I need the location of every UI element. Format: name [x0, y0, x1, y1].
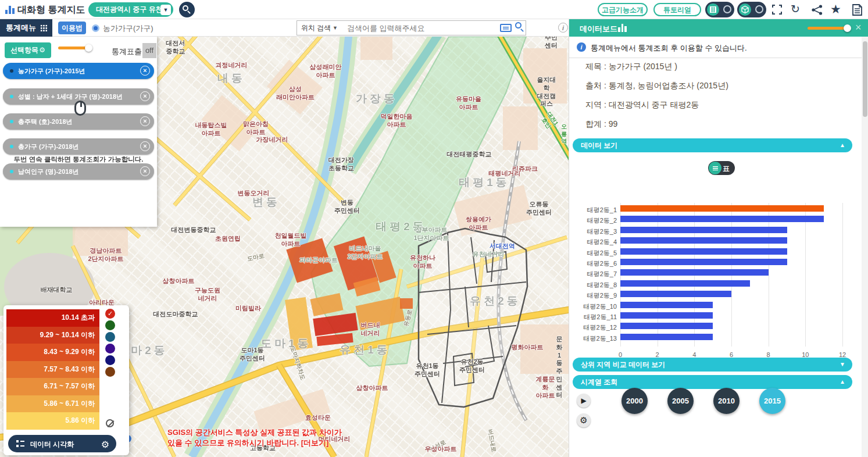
search-input[interactable]: [341, 20, 526, 35]
view-3d-toggle[interactable]: [737, 2, 766, 17]
section-compare[interactable]: 상위 지역 비교 데이터 보기 ▼: [573, 358, 852, 372]
chart-category-label: 태평2동_8: [571, 281, 617, 290]
item-dot-icon: [10, 69, 13, 73]
app-window: 대전서 중학교주민센터괴정네거리내동삼성래미안 아파트삼성 래미안아파트내동탑스…: [0, 0, 868, 457]
selected-stat-item[interactable]: 총주택 (호)-2018년×: [3, 113, 154, 130]
stat-summary-line: 지역 : 대전광역시 중구 태평2동: [585, 100, 699, 110]
databoard-panel: 데이터보드 × i 통계메뉴에서 통계조회 후 이용할 수 있습니다. 제목 :…: [569, 19, 868, 457]
legend-class-band: 10.14 초과: [6, 309, 99, 327]
board-opacity-slider-knob[interactable]: [844, 24, 851, 32]
chart-category-label: 태평2동_5: [571, 249, 617, 258]
chart-bar[interactable]: [620, 302, 713, 308]
collapse-up-icon[interactable]: ▲: [840, 375, 845, 389]
selected-stat-item[interactable]: 남여인구 (명)-2018년×: [3, 163, 154, 180]
search-info-icon[interactable]: i: [558, 23, 568, 33]
data-visualize-button[interactable]: 데이터 시각화 ⚙: [8, 435, 116, 452]
grid-map-icon: [707, 3, 719, 16]
search-submit-icon[interactable]: [515, 22, 527, 34]
selected-items-button[interactable]: 선택항목 ⚙: [5, 42, 51, 58]
close-icon[interactable]: ×: [855, 22, 862, 34]
expand-down-icon[interactable]: ▼: [840, 358, 845, 372]
stats-menu-button[interactable]: 통계메뉴: [0, 19, 52, 37]
chevron-down-icon[interactable]: ▼: [160, 5, 171, 15]
chart-category-label: 태평2동_1: [571, 206, 617, 215]
item-dot-icon: [10, 145, 13, 148]
gear-icon[interactable]: ⚙: [39, 42, 45, 58]
year-circle-2010[interactable]: 2010: [713, 388, 740, 414]
info-icon: i: [577, 42, 586, 52]
chart-bar[interactable]: [620, 237, 787, 244]
choropleth-legend-panel: 10.14 초과9.29 ~ 10.14 이하8.43 ~ 9.29 이하7.5…: [3, 305, 129, 455]
app-title: 대화형 통계지도: [17, 4, 85, 16]
timeseries-play-button[interactable]: ▶: [577, 394, 591, 408]
section-timeseries[interactable]: 시계열 조회 ▲: [573, 375, 852, 389]
chart-category-label: 태평2동_4: [571, 238, 617, 247]
stat-display-toggle[interactable]: off: [142, 43, 156, 58]
refresh-icon[interactable]: ↻: [791, 3, 800, 16]
selection-panel: 선택항목 ⚙ 통계표출 off 농가가구 (가구)-2015년×성별 : 남자 …: [0, 37, 157, 227]
remove-item-icon[interactable]: ×: [140, 91, 150, 101]
chart-bar[interactable]: [620, 227, 787, 233]
stat-summary-line: 출처 : 통계청, 농림어업총조사 (2015년): [585, 81, 728, 91]
legend-class-band: 6.71 ~ 7.57 이하: [6, 378, 99, 395]
bookmark-star-icon[interactable]: ★: [830, 3, 841, 16]
fullscreen-icon[interactable]: [772, 5, 782, 15]
share-icon[interactable]: [812, 5, 823, 15]
header-search-button[interactable]: [179, 2, 195, 17]
chart-bar[interactable]: [620, 248, 787, 255]
board-scrollbar-thumb[interactable]: [863, 41, 867, 117]
chart-category-label: 태평2동_9: [571, 291, 617, 300]
chart-bar[interactable]: [620, 312, 713, 319]
palette-disable-icon[interactable]: [106, 419, 114, 427]
opacity-slider-knob[interactable]: [85, 44, 92, 52]
timeseries-gear-button[interactable]: ⚙: [577, 413, 591, 427]
chart-category-label: 태평2동_13: [571, 334, 617, 343]
usage-guide-button[interactable]: 이용법: [58, 22, 86, 34]
palette-color-dot[interactable]: [105, 332, 115, 342]
year-circle-2005[interactable]: 2005: [667, 388, 694, 414]
board-scrollbar[interactable]: [862, 37, 868, 457]
chart-category-label: 태평2동_3: [571, 227, 617, 236]
chart-bar[interactable]: [620, 323, 713, 329]
remove-item-icon[interactable]: ×: [140, 116, 150, 126]
palette-color-dot[interactable]: [105, 367, 115, 377]
double-click-tooltip: 두번 연속 클릭하면 통계조회가 가능합니다.: [0, 155, 157, 164]
palette-color-dot[interactable]: [105, 355, 115, 365]
selected-stat-item[interactable]: 농가가구 (가구)-2015년×: [3, 63, 154, 79]
tutorial-button[interactable]: 튜토리얼: [653, 3, 701, 16]
chart-bar[interactable]: [620, 216, 824, 222]
collapse-up-icon[interactable]: ▲: [840, 138, 845, 152]
choropleth-patch[interactable]: [400, 298, 413, 309]
advanced-features-button[interactable]: 고급기능소개: [598, 3, 648, 16]
section-data-view[interactable]: 데이터 보기 ▲: [573, 138, 852, 152]
palette-color-dot[interactable]: [105, 320, 115, 330]
remove-item-icon[interactable]: ×: [140, 141, 150, 151]
palette-color-dot[interactable]: ✓: [105, 309, 115, 319]
databoard-title: 데이터보드: [580, 24, 617, 34]
chart-bar[interactable]: [620, 334, 713, 340]
region-selector-dropdown[interactable]: 대전광역시 중구 유천2동 ▼: [88, 2, 173, 17]
year-circle-2015[interactable]: 2015: [759, 388, 785, 414]
chart-bar[interactable]: [620, 205, 824, 212]
year-circle-2000[interactable]: 2000: [621, 388, 648, 414]
report-document-icon[interactable]: [852, 4, 862, 16]
opacity-slider-track[interactable]: [58, 47, 88, 49]
top-header: 대화형 통계지도 대전광역시 중구 유천2동 ▼ 고급기능소개 튜토리얼 ↻ ★: [0, 0, 868, 19]
remove-item-icon[interactable]: ×: [140, 66, 150, 76]
chart-bar[interactable]: [620, 259, 787, 265]
chart-bar[interactable]: [620, 269, 769, 276]
chart-table-toggle[interactable]: 표: [708, 161, 735, 175]
map-style-toggle[interactable]: [705, 2, 734, 17]
list-icon: [16, 440, 24, 447]
remove-item-icon[interactable]: ×: [140, 166, 150, 176]
palette-color-dot[interactable]: [105, 344, 115, 354]
legend-class-band: 5.86 이하: [6, 412, 99, 430]
chart-bar[interactable]: [620, 291, 731, 297]
gear-icon[interactable]: ⚙: [101, 439, 109, 450]
board-opacity-slider-track[interactable]: [808, 27, 848, 30]
selected-stat-item[interactable]: 총가구 (가구)-2018년×: [3, 138, 154, 155]
map-disclaimer: SGIS의 공간서비스 특성상 실제 공표된 값과 차이가 있을 수 있으므로 …: [167, 427, 342, 448]
chart-bar[interactable]: [620, 280, 750, 287]
virtual-keyboard-icon[interactable]: [500, 24, 512, 32]
search-type-select[interactable]: 위치 검색 ▼: [297, 20, 342, 35]
